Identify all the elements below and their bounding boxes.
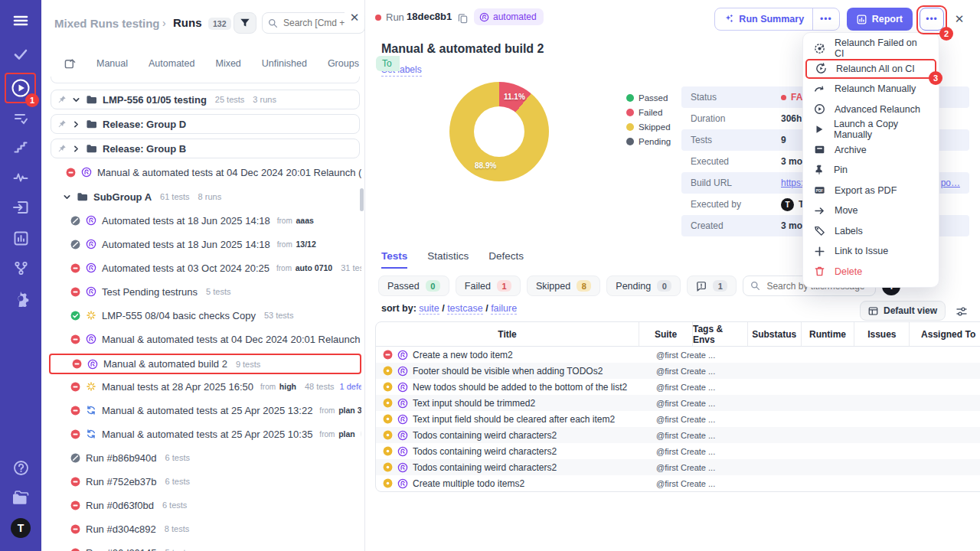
table-row[interactable]: Todos containing weird characters2 @firs…: [376, 459, 980, 475]
plans-icon[interactable]: [0, 111, 41, 126]
run-defects-count[interactable]: 1 defects: [340, 382, 361, 391]
menu-item-launch-a-copy-manually[interactable]: Launch a Copy Manually: [803, 119, 939, 140]
default-view-button[interactable]: Default view: [860, 301, 946, 321]
run-title: Run #b86b940d: [86, 452, 157, 464]
menu-item-move[interactable]: Move: [803, 201, 939, 221]
column-header-assigned-to[interactable]: Assigned To: [910, 322, 980, 346]
run-row[interactable]: Test Pending testruns5 tests: [49, 282, 361, 301]
group-row[interactable]: SubGroup A61 tests8 runs: [55, 187, 360, 207]
run-row[interactable]: Manual & automated build 29 tests: [49, 354, 361, 374]
run-row[interactable]: Manual & automated tests at 04 Dec 2024 …: [49, 330, 361, 348]
filter-chip-passed[interactable]: Passed 0: [378, 276, 449, 296]
menu-item-export-as-pdf[interactable]: PDFExport as PDF: [803, 181, 939, 201]
copy-run-id-button[interactable]: [458, 11, 468, 24]
group-row[interactable]: LMP-556 01/05 testing25 tests3 runs: [51, 90, 360, 109]
column-header-substatus[interactable]: Substatus: [748, 322, 802, 346]
archive-icon: [814, 144, 825, 155]
column-header-issues[interactable]: Issues: [854, 322, 910, 346]
analytics-icon[interactable]: [0, 230, 41, 246]
table-row[interactable]: Todos containing weird characters2 @firs…: [376, 443, 980, 459]
run-row[interactable]: Run #0d63f0bd6 tests: [49, 496, 361, 514]
menu-item-relaunch-all-on-ci[interactable]: Relaunch All on CI3: [805, 59, 936, 80]
run-from: from plan: [319, 429, 354, 439]
menu-item-delete[interactable]: Delete: [803, 262, 939, 282]
run-row[interactable]: Manual & automated tests at 25 Apr 2025 …: [49, 425, 361, 443]
comments-filter-chip[interactable]: 1: [687, 276, 737, 296]
menu-item-relaunch-failed-on-ci[interactable]: Relaunch Failed on CI: [803, 38, 939, 59]
menu-item-labels[interactable]: Labels: [803, 221, 939, 242]
runs-tab-unfinished[interactable]: Unfinished: [262, 58, 307, 69]
run-row[interactable]: Manual & automated tests at 04 Dec 2024 …: [49, 163, 361, 181]
run-row[interactable]: Automated tests at 18 Jun 2025 14:18from…: [49, 235, 361, 253]
tests-icon[interactable]: [0, 47, 41, 62]
run-detail-panel: Run 18dec8b1 automated Run Summary ••• R…: [365, 0, 980, 551]
filter-chip-failed[interactable]: Failed 1: [456, 276, 521, 296]
runs-tab-to[interactable]: To: [376, 56, 400, 71]
run-row[interactable]: Run #26d301455 tests: [49, 543, 361, 551]
filter-chip-skipped[interactable]: Skipped 8: [527, 276, 600, 296]
user-avatar[interactable]: T: [0, 518, 41, 538]
run-row[interactable]: LMP-555 08/04 basic checks Copy53 tests: [49, 306, 361, 324]
run-row[interactable]: Run #d304c8928 tests: [49, 520, 361, 538]
runs-tab-automated[interactable]: Automated: [149, 58, 194, 69]
automated-icon: [86, 262, 96, 273]
table-row[interactable]: New todos should be added to the bottom …: [376, 379, 980, 395]
table-row[interactable]: Text input field should be cleared after…: [376, 411, 980, 427]
sort-option-testcase[interactable]: testcase: [447, 303, 483, 315]
table-row[interactable]: Create a new todo item2 @first Create ..…: [376, 347, 980, 363]
column-header-suite[interactable]: Suite: [639, 322, 693, 346]
runs-scrollbar[interactable]: [360, 188, 364, 211]
select-all-icon[interactable]: [64, 58, 76, 70]
help-icon[interactable]: [0, 460, 41, 476]
table-row[interactable]: Footer should be visible when adding TOD…: [376, 363, 980, 379]
menu-item-advanced-relaunch[interactable]: Advanced Relaunch: [803, 99, 939, 120]
runs-tab-manual[interactable]: Manual: [96, 58, 128, 69]
automated-icon: [86, 239, 96, 249]
menu-item-archive[interactable]: Archive: [803, 140, 939, 161]
table-row[interactable]: Todos containing weird characters2 @firs…: [376, 427, 980, 443]
run-row[interactable]: Manual tests at 28 Apr 2025 16:50from hi…: [49, 377, 361, 396]
menu-item-relaunch-manually[interactable]: Relaunch Manually: [803, 79, 939, 99]
run-row[interactable]: Run #b86b940d6 tests: [49, 448, 361, 467]
field-link-fragment[interactable]: po…: [941, 178, 960, 188]
run-row[interactable]: Run #752eb37b6 tests: [49, 472, 361, 491]
runs-tab-groups[interactable]: Groups: [328, 58, 359, 69]
run-summary-more-button[interactable]: •••: [812, 8, 839, 30]
branch-icon[interactable]: [0, 260, 41, 276]
folder-icon: [86, 119, 97, 129]
detail-close-button[interactable]: ✕: [951, 8, 968, 31]
sort-option-failure[interactable]: failure: [491, 303, 517, 315]
sort-by-label: sort by:: [381, 303, 419, 314]
group-row[interactable]: Release: Group B: [51, 139, 360, 158]
menu-icon[interactable]: [0, 12, 41, 29]
run-row[interactable]: Manual & automated tests at 25 Apr 2025 …: [49, 401, 361, 419]
import-icon[interactable]: [0, 199, 41, 216]
breadcrumb-section[interactable]: Runs: [173, 16, 202, 29]
menu-item-link-to-issue[interactable]: Link to Issue: [803, 241, 939, 262]
group-row[interactable]: Release: Group D: [51, 114, 360, 134]
column-header-title[interactable]: Title: [376, 322, 639, 346]
column-header-runtime[interactable]: Runtime: [802, 322, 855, 346]
report-button[interactable]: Report: [847, 8, 913, 31]
filter-chip-pending[interactable]: Pending 0: [606, 276, 681, 296]
tab-tests[interactable]: Tests: [381, 250, 407, 269]
tab-defects[interactable]: Defects: [488, 250, 524, 269]
settings-icon[interactable]: [0, 290, 41, 307]
run-row[interactable]: Automated tests at 03 Oct 2024 20:25from…: [49, 259, 361, 277]
run-summary-button[interactable]: Run Summary •••: [714, 8, 839, 31]
tab-statistics[interactable]: Statistics: [427, 250, 469, 269]
run-row[interactable]: Automated tests at 18 Jun 2025 14:18from…: [49, 211, 361, 230]
breadcrumb-project[interactable]: Mixed Runs testing: [54, 17, 160, 30]
column-settings-button[interactable]: [956, 304, 968, 318]
runs-tab-mixed[interactable]: Mixed: [215, 58, 240, 69]
table-row[interactable]: Text input should be trimmed2 @first Cre…: [376, 395, 980, 411]
sort-option-suite[interactable]: suite: [419, 303, 439, 315]
milestones-icon[interactable]: [0, 139, 41, 155]
menu-item-pin[interactable]: Pin: [803, 160, 939, 181]
table-row[interactable]: Create multiple todo items2 @first Creat…: [376, 475, 980, 491]
projects-icon[interactable]: [0, 490, 41, 507]
runs-panel-close-button[interactable]: ✕: [345, 8, 364, 28]
pulse-icon[interactable]: [0, 170, 41, 185]
filter-button[interactable]: [234, 12, 256, 34]
column-header-tags-envs[interactable]: Tags & Envs: [693, 322, 748, 346]
